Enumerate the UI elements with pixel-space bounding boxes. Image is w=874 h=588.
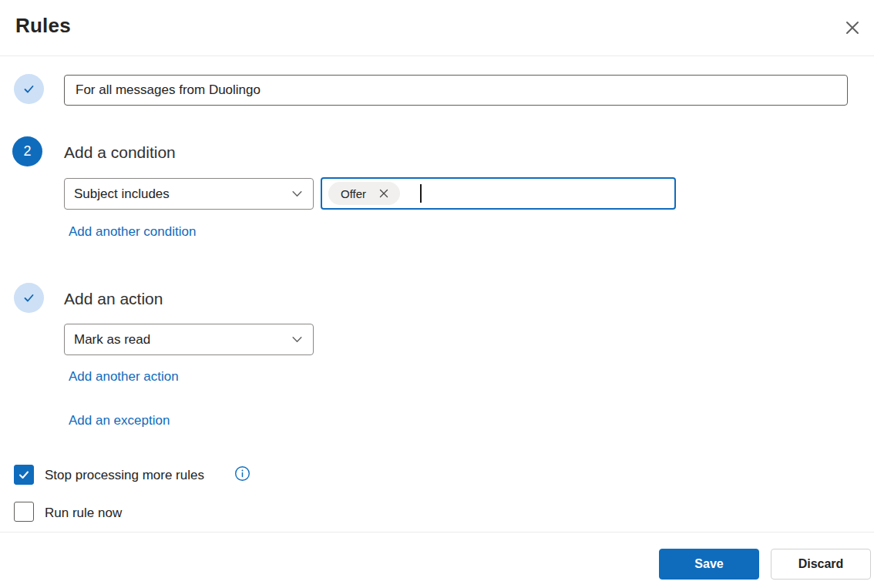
add-an-exception-link[interactable]: Add an exception xyxy=(69,413,170,428)
close-icon xyxy=(843,18,862,37)
condition-value-input[interactable]: Offer xyxy=(321,177,676,210)
stop-processing-checkbox[interactable] xyxy=(14,465,34,485)
run-rule-now-checkbox[interactable] xyxy=(14,502,34,522)
add-another-action-link[interactable]: Add another action xyxy=(69,369,179,385)
condition-type-value: Subject includes xyxy=(74,186,291,202)
condition-section-heading: Add a condition xyxy=(64,143,176,162)
run-rule-now-label: Run rule now xyxy=(45,506,122,521)
action-section-heading: Add an action xyxy=(64,290,163,308)
action-type-select[interactable]: Mark as read xyxy=(64,324,314,355)
chip-remove-icon[interactable] xyxy=(378,188,389,199)
keyword-chip: Offer xyxy=(328,182,400,205)
discard-button[interactable]: Discard xyxy=(771,549,871,580)
check-icon xyxy=(22,291,36,305)
footer-divider xyxy=(0,532,874,533)
page-title: Rules xyxy=(15,14,71,38)
checkbox-check-icon xyxy=(18,469,30,481)
rule-name-input[interactable] xyxy=(64,75,848,106)
header-divider xyxy=(0,55,874,56)
step2-number: 2 xyxy=(23,143,31,160)
text-caret xyxy=(420,184,422,203)
condition-type-select[interactable]: Subject includes xyxy=(64,178,314,210)
chevron-down-icon xyxy=(291,333,304,346)
close-button[interactable] xyxy=(839,14,866,42)
info-circle-icon xyxy=(234,465,250,482)
chevron-down-icon xyxy=(291,187,304,200)
save-button[interactable]: Save xyxy=(659,549,759,580)
step3-complete-badge xyxy=(14,283,44,313)
keyword-chip-label: Offer xyxy=(341,187,366,200)
add-another-condition-link[interactable]: Add another condition xyxy=(69,224,196,240)
step2-number-badge: 2 xyxy=(12,136,42,166)
stop-processing-label: Stop processing more rules xyxy=(45,468,204,483)
step1-complete-badge xyxy=(14,74,44,104)
check-icon xyxy=(22,82,36,96)
info-button[interactable] xyxy=(234,465,250,482)
action-type-value: Mark as read xyxy=(74,332,291,348)
